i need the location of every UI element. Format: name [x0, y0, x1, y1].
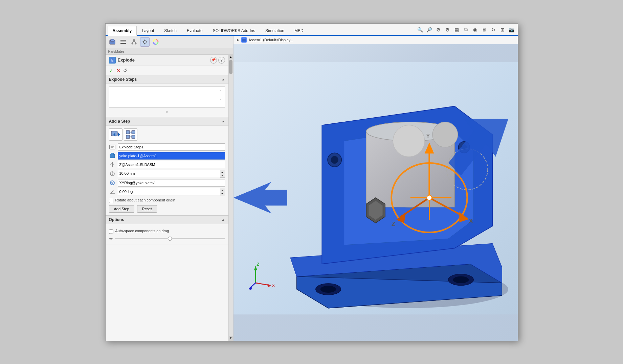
- distance-input[interactable]: [118, 170, 220, 177]
- vertical-scrollbar[interactable]: ▲ ▼: [228, 55, 233, 341]
- explode-steps-section: Explode Steps ▲ ↑ ↓: [106, 75, 228, 117]
- panel-tab-tree[interactable]: [129, 37, 139, 47]
- distance-spin-up[interactable]: ▲: [220, 170, 225, 174]
- scroll-track[interactable]: [229, 59, 233, 336]
- svg-point-63: [453, 276, 469, 283]
- refresh-up-btn[interactable]: ↑: [217, 88, 223, 94]
- svg-marker-32: [111, 162, 113, 164]
- buttons-row: Add Step Reset: [109, 205, 225, 213]
- angle-icon: [109, 189, 116, 195]
- step-name-input[interactable]: [118, 143, 225, 151]
- panel-tab-list[interactable]: [118, 37, 128, 47]
- pm-content: E Explode 📌 ? ✓ ✕ ↺: [106, 55, 228, 341]
- distance-spin-down[interactable]: ▼: [220, 174, 225, 177]
- auto-space-row: Auto-space components on drag: [109, 229, 225, 234]
- ring-icon: [109, 179, 116, 186]
- svg-rect-3: [120, 42, 126, 42]
- tab-addins[interactable]: SOLIDWORKS Add-Ins: [208, 26, 260, 35]
- slider-min-icon: ⇔: [109, 236, 113, 241]
- svg-marker-12: [142, 41, 144, 43]
- component-icon: [109, 152, 116, 159]
- svg-text:X: X: [469, 217, 473, 224]
- tab-mbd[interactable]: MBD: [289, 26, 309, 35]
- svg-point-64: [393, 125, 424, 156]
- ring-input[interactable]: [118, 179, 225, 187]
- slider-track[interactable]: [115, 238, 225, 239]
- distance-input-group: ▲ ▼: [118, 170, 225, 178]
- pm-undo-btn[interactable]: ↺: [123, 68, 127, 73]
- panel-tab-color[interactable]: [151, 37, 160, 47]
- search-icon[interactable]: 🔍: [416, 26, 424, 34]
- panel-tabs: [106, 36, 233, 48]
- pm-header: E Explode 📌 ?: [106, 55, 228, 66]
- smart-explode-btn[interactable]: [124, 128, 137, 141]
- tab-simulation[interactable]: Simulation: [260, 26, 289, 35]
- refresh-down-btn[interactable]: ↓: [217, 95, 223, 101]
- filter-icon[interactable]: ⚙: [435, 26, 443, 34]
- angle-input[interactable]: [118, 188, 220, 195]
- svg-point-77: [427, 195, 432, 200]
- display-icon[interactable]: 🖥: [480, 26, 488, 34]
- auto-space-checkbox[interactable]: [109, 229, 113, 234]
- add-step-header[interactable]: Add a Step ▲: [106, 117, 228, 126]
- feature-tree-label: Part/Mates: [108, 50, 125, 53]
- move-component-btn[interactable]: [109, 128, 123, 141]
- angle-spin-up[interactable]: ▲: [220, 188, 225, 192]
- svg-point-9: [135, 43, 136, 44]
- svg-rect-20: [126, 130, 130, 134]
- component-input[interactable]: [118, 152, 225, 160]
- svg-line-6: [132, 41, 134, 43]
- slider-row: ⇔: [109, 236, 225, 241]
- explode-steps-scroll[interactable]: [109, 110, 225, 114]
- search2-icon[interactable]: 🔎: [425, 26, 433, 34]
- svg-rect-21: [132, 130, 135, 134]
- svg-rect-2: [120, 40, 126, 41]
- direction-input[interactable]: [118, 161, 225, 168]
- options-label: Options: [109, 217, 124, 222]
- pm-confirm-btn[interactable]: ✓: [109, 67, 113, 74]
- svg-rect-22: [126, 135, 130, 139]
- pm-help-icons: 📌 ?: [210, 57, 225, 64]
- pm-keepvisible-btn[interactable]: 📌: [210, 57, 217, 64]
- scroll-thumb[interactable]: [229, 60, 232, 74]
- grid-icon[interactable]: ⊞: [498, 26, 507, 34]
- svg-line-40: [111, 190, 113, 194]
- explode-steps-header[interactable]: Explode Steps ▲: [106, 75, 228, 84]
- pm-cancel-btn[interactable]: ✕: [116, 67, 120, 74]
- svg-text:Z: Z: [257, 261, 259, 266]
- slider-thumb[interactable]: [168, 237, 172, 241]
- svg-text:E: E: [111, 58, 113, 62]
- svg-rect-4: [120, 43, 126, 44]
- svg-point-38: [112, 182, 113, 184]
- reset-button[interactable]: Reset: [137, 205, 157, 213]
- scroll-down-btn[interactable]: ▼: [229, 336, 233, 341]
- left-panel: Part/Mates E Explode: [106, 36, 233, 341]
- settings-icon[interactable]: ⚙: [444, 26, 452, 34]
- view-icon[interactable]: ◉: [471, 26, 479, 34]
- model-svg: Y Z X: [233, 36, 518, 341]
- rotate-icon[interactable]: ↻: [489, 26, 497, 34]
- layers-icon[interactable]: ▦: [453, 26, 461, 34]
- add-step-section: Add a Step ▲: [106, 117, 228, 216]
- tab-sketch[interactable]: Sketch: [159, 26, 182, 35]
- options-header[interactable]: Options ▲: [106, 216, 228, 224]
- add-step-icons: [109, 128, 225, 141]
- panel-tab-3d[interactable]: [108, 37, 117, 47]
- explode-steps-chevron: ▲: [222, 77, 225, 81]
- rotate-checkbox[interactable]: [109, 199, 113, 203]
- tab-layout[interactable]: Layout: [137, 26, 159, 35]
- scroll-up-btn[interactable]: ▲: [229, 55, 233, 59]
- options-content: Auto-space components on drag ⇔: [106, 224, 228, 244]
- copy-icon[interactable]: ⧉: [462, 26, 470, 34]
- tab-assembly[interactable]: Assembly: [108, 26, 137, 36]
- viewport[interactable]: ▶ Assem1 (Default<Display...: [233, 36, 518, 341]
- camera-icon[interactable]: 📷: [508, 26, 516, 34]
- pm-help-btn[interactable]: ?: [218, 57, 225, 64]
- add-step-button[interactable]: Add Step: [109, 205, 134, 213]
- direction-icon: [109, 161, 116, 168]
- angle-spin-down[interactable]: ▼: [220, 192, 225, 196]
- svg-line-7: [134, 41, 136, 43]
- svg-rect-30: [111, 153, 114, 155]
- tab-evaluate[interactable]: Evaluate: [182, 26, 208, 35]
- panel-tab-move[interactable]: [140, 37, 150, 47]
